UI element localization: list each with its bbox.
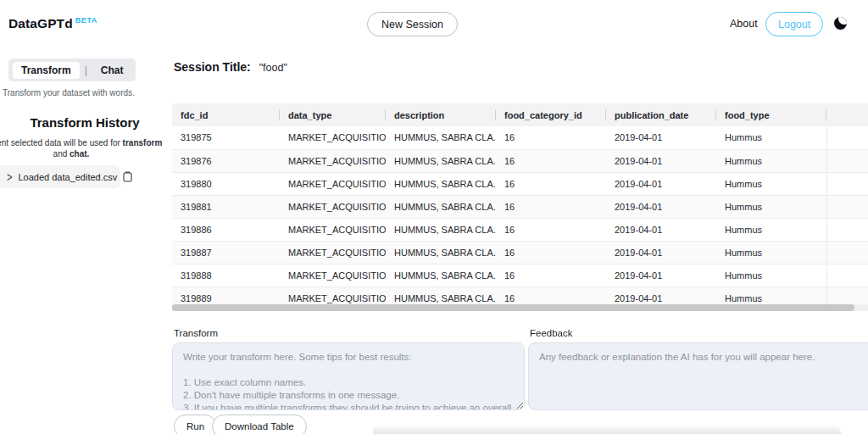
table-horizontal-scrollbar: [172, 304, 868, 311]
loaded-file-item[interactable]: > Loaded data_edited.csv: [0, 165, 120, 188]
table-cell: Hummus: [716, 264, 826, 287]
table-cell: Hummus: [716, 218, 826, 241]
clipboard-icon[interactable]: [123, 171, 132, 182]
table-cell: HUMMUS, SABRA CLA...: [386, 149, 496, 172]
transform-input[interactable]: [172, 342, 525, 410]
app-logo: DataGPTdBETA: [8, 16, 97, 31]
table-row: 319886MARKET_ACQUISITIONHUMMUS, SABRA CL…: [172, 218, 868, 241]
table-cell: Hummus: [716, 126, 826, 149]
beta-badge: BETA: [75, 16, 97, 25]
table-cell: MARKET_ACQUISITION: [280, 172, 386, 195]
column-header: food_category_id: [496, 103, 606, 126]
table-row: 319881MARKET_ACQUISITIONHUMMUS, SABRA CL…: [172, 195, 868, 218]
table-cell: HUMMUS, SABRA CLA...: [386, 218, 496, 241]
table-cell: Hummus: [716, 195, 826, 218]
table-cell: 2019-04-01: [606, 195, 716, 218]
table-cell: 319881: [172, 195, 280, 218]
table-row: 319888MARKET_ACQUISITIONHUMMUS, SABRA CL…: [172, 264, 868, 287]
app-window: DataGPTdBETA New Session About Logout Tr…: [0, 0, 868, 434]
table-cell-empty: [826, 264, 868, 287]
logout-button[interactable]: Logout: [765, 12, 823, 36]
table-cell: 16: [496, 287, 606, 304]
table-cell: MARKET_ACQUISITION: [280, 149, 386, 172]
feedback-panel-label: Feedback: [530, 328, 573, 338]
table-cell: 16: [496, 241, 606, 264]
table-cell: 319886: [172, 218, 280, 241]
table-cell-empty: [826, 287, 868, 304]
table-cell: Hummus: [716, 241, 826, 264]
data-table: fdc_iddata_typedescriptionfood_category_…: [172, 103, 868, 304]
table-cell: HUMMUS, SABRA CLA...: [386, 241, 496, 264]
table-row: 319880MARKET_ACQUISITIONHUMMUS, SABRA CL…: [172, 172, 868, 195]
table-cell: Hummus: [716, 172, 826, 195]
sidebar-caption: Transform your dataset with words.: [3, 88, 135, 97]
table-cell: 319889: [172, 287, 280, 304]
table-cell: 319888: [172, 264, 280, 287]
table-cell: 2019-04-01: [606, 149, 716, 172]
dark-mode-toggle-moon-icon[interactable]: [834, 17, 847, 30]
table-cell: 319887: [172, 241, 280, 264]
column-header: fdc_id: [172, 103, 280, 126]
tab-chat[interactable]: Chat: [92, 62, 132, 79]
table-cell: HUMMUS, SABRA CLA...: [386, 264, 496, 287]
sidebar-note: Current selected data will be used for t…: [0, 137, 178, 159]
table-cell: 16: [496, 218, 606, 241]
table-cell: 2019-04-01: [606, 241, 716, 264]
feedback-output: Any feedback or explanation the AI has f…: [528, 342, 868, 410]
about-button[interactable]: About: [730, 18, 758, 30]
loaded-file-label: Loaded data_edited.csv: [18, 172, 117, 182]
table-cell: HUMMUS, SABRA CLA...: [386, 195, 496, 218]
table-cell: MARKET_ACQUISITION: [280, 218, 386, 241]
table-cell: 16: [496, 172, 606, 195]
table-row: 319889MARKET_ACQUISITIONHUMMUS, SABRA CL…: [172, 287, 868, 304]
table-cell-empty: [826, 241, 868, 264]
table-cell: MARKET_ACQUISITION: [280, 264, 386, 287]
table-cell: 319875: [172, 126, 280, 149]
table-cell: 16: [496, 264, 606, 287]
column-header: food_type: [716, 103, 826, 126]
chevron-right-icon[interactable]: >: [7, 170, 12, 184]
table-cell: HUMMUS, SABRA CLA...: [386, 287, 496, 304]
session-title: Session Title: "food": [174, 60, 287, 74]
sidebar-tab-group: Transform | Chat: [8, 58, 136, 81]
table-header-row: fdc_iddata_typedescriptionfood_category_…: [172, 103, 868, 126]
table-cell: 2019-04-01: [606, 126, 716, 149]
table-cell: Hummus: [716, 287, 826, 304]
table-cell: MARKET_ACQUISITION: [280, 195, 386, 218]
table-cell: HUMMUS, SABRA CLA...: [386, 126, 496, 149]
table-cell: 2019-04-01: [606, 218, 716, 241]
run-button[interactable]: Run: [174, 415, 217, 434]
column-header: publication_date: [606, 103, 716, 126]
table-cell: 319880: [172, 172, 280, 195]
table-cell: 16: [496, 195, 606, 218]
table-cell: 319876: [172, 149, 280, 172]
table-cell: MARKET_ACQUISITION: [280, 126, 386, 149]
table-cell-empty: [826, 126, 868, 149]
table-cell-empty: [826, 195, 868, 218]
table-cell: MARKET_ACQUISITION: [280, 241, 386, 264]
tab-transform[interactable]: Transform: [13, 62, 80, 79]
scrollbar-thumb[interactable]: [172, 304, 854, 311]
table-cell: Hummus: [716, 149, 826, 172]
session-title-value: "food": [259, 62, 287, 74]
tab-separator: |: [85, 64, 87, 76]
table-cell: 2019-04-01: [606, 264, 716, 287]
table-cell: 16: [496, 149, 606, 172]
table-cell: 2019-04-01: [606, 172, 716, 195]
transform-panel-label: Transform: [174, 328, 218, 338]
bottom-scroll-shade: [373, 425, 841, 434]
transform-history-title: Transform History: [0, 115, 170, 130]
session-title-label: Session Title:: [174, 60, 251, 74]
table-cell: HUMMUS, SABRA CLA...: [386, 172, 496, 195]
new-session-button[interactable]: New Session: [367, 12, 458, 36]
table-cell-empty: [826, 218, 868, 241]
table-cell-empty: [826, 172, 868, 195]
table-row: 319887MARKET_ACQUISITIONHUMMUS, SABRA CL…: [172, 241, 868, 264]
table-row: 319875MARKET_ACQUISITIONHUMMUS, SABRA CL…: [172, 126, 868, 149]
download-table-button[interactable]: Download Table: [212, 415, 307, 434]
table-cell: 2019-04-01: [606, 287, 716, 304]
table-row: 319876MARKET_ACQUISITIONHUMMUS, SABRA CL…: [172, 149, 868, 172]
column-header: data_type: [280, 103, 386, 126]
column-header: description: [386, 103, 496, 126]
table-cell: MARKET_ACQUISITION: [280, 287, 386, 304]
